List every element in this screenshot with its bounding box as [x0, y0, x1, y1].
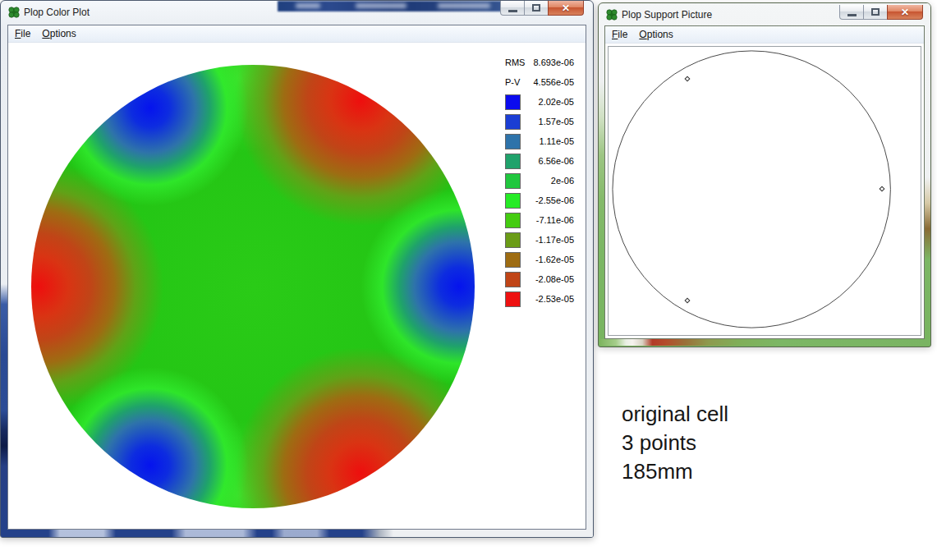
legend-row: 2e-06 [505, 171, 574, 190]
plot-canvas: RMS 8.693e-06 P-V 4.556e-05 2.02e-051.57… [8, 43, 586, 529]
legend-swatch [505, 213, 521, 228]
legend-swatch [505, 272, 521, 287]
frame-bleed-right [925, 3, 930, 259]
minimize-icon [508, 10, 517, 12]
legend-row: -7.11e-06 [505, 210, 574, 230]
legend-swatch [505, 232, 521, 248]
caption-buttons: ✕ [839, 5, 923, 20]
window-title: Plop Support Picture [622, 9, 712, 21]
close-button[interactable]: ✕ [548, 1, 584, 16]
legend-swatch [505, 94, 521, 110]
menu-options[interactable]: Options [42, 28, 76, 39]
plop-clover-icon [7, 6, 21, 19]
legend-swatch [505, 114, 521, 130]
mirror-circle [613, 51, 890, 328]
legend-swatch [505, 134, 521, 149]
legend-swatch [505, 154, 521, 169]
annotation-line-3: 185mm [622, 457, 728, 486]
rms-label: RMS [505, 57, 525, 67]
legend-value: 2.02e-05 [539, 97, 574, 107]
pv-value: 4.556e-05 [533, 77, 574, 87]
legend-value: -2.08e-05 [535, 274, 574, 284]
legend-row: 1.57e-05 [505, 112, 574, 131]
legend-row: -1.62e-05 [505, 250, 574, 269]
legend-value: -7.11e-06 [536, 215, 574, 225]
pv-label: P-V [505, 77, 520, 87]
legend-value: -1.17e-05 [535, 235, 574, 245]
frame-bleed-left [1, 284, 7, 537]
menu-options[interactable]: Options [639, 29, 673, 40]
menubar: File Options [605, 26, 924, 44]
annotation-line-2: 3 points [622, 429, 728, 457]
legend-value: -2.53e-05 [535, 294, 574, 304]
maximize-button[interactable] [525, 1, 548, 16]
legend-row: -2.55e-06 [505, 190, 574, 210]
legend-row: 1.11e-05 [505, 131, 574, 151]
legend-swatch [505, 193, 521, 209]
menu-file[interactable]: File [612, 29, 627, 40]
legend: RMS 8.693e-06 P-V 4.556e-05 2.02e-051.57… [505, 53, 574, 309]
close-icon: ✕ [562, 2, 570, 14]
maximize-icon [871, 8, 880, 16]
annotation-text: original cell 3 points 185mm [622, 400, 728, 486]
plop-clover-icon [605, 8, 618, 21]
legend-row: -2.53e-05 [505, 289, 574, 309]
legend-value: 6.56e-06 [539, 156, 574, 166]
menubar: File Options [8, 25, 586, 43]
legend-swatch [505, 173, 521, 189]
color-plot-window: Plop Color Plot ✕ File Options RMS 8.693… [0, 0, 594, 538]
legend-scale: 2.02e-051.57e-051.11e-056.56e-062e-06-2.… [505, 92, 574, 309]
minimize-button[interactable] [500, 1, 525, 16]
close-icon: ✕ [901, 7, 909, 18]
bleed-smudge [296, 3, 320, 8]
legend-value: 1.57e-05 [539, 117, 574, 126]
bleed-smudge [438, 3, 490, 8]
legend-value: 1.11e-05 [539, 136, 574, 146]
legend-row: -1.17e-05 [505, 230, 574, 250]
support-picture-window: Plop Support Picture ✕ File Options [598, 2, 931, 347]
annotation-line-1: original cell [622, 400, 728, 429]
support-picture [608, 46, 921, 336]
desktop: Plop Color Plot ✕ File Options RMS 8.693… [0, 0, 937, 560]
legend-row: 6.56e-06 [505, 151, 574, 171]
legend-row: -2.08e-05 [505, 269, 574, 289]
bleed-smudge [356, 3, 406, 8]
deformation-color-plot [31, 65, 475, 508]
maximize-icon [532, 4, 540, 11]
legend-value: -2.55e-06 [535, 195, 574, 205]
legend-value: 2e-06 [551, 176, 574, 186]
mirror-outline [609, 47, 921, 335]
menu-file[interactable]: File [15, 28, 30, 39]
legend-swatch [505, 252, 521, 268]
minimize-button[interactable] [839, 5, 864, 20]
rms-value: 8.693e-06 [533, 57, 574, 67]
maximize-button[interactable] [864, 5, 887, 20]
caption-buttons: ✕ [500, 1, 584, 16]
window-titlebar[interactable]: Plop Support Picture ✕ [599, 3, 930, 25]
close-button[interactable]: ✕ [887, 5, 923, 20]
desktop-bleed-decoration [278, 1, 511, 11]
minimize-icon [847, 14, 857, 16]
legend-row: 2.02e-05 [505, 92, 574, 112]
frame-bleed-bottom [599, 339, 930, 346]
frame-bleed-bottom [1, 530, 593, 537]
legend-swatch [505, 291, 521, 307]
window-title: Plop Color Plot [24, 7, 90, 18]
legend-value: -1.62e-05 [535, 255, 574, 264]
